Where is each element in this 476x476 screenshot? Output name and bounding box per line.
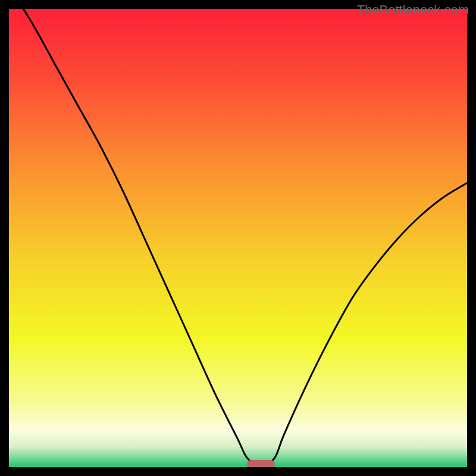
attribution-text: TheBottleneck.com (357, 2, 469, 18)
minimum-marker (247, 460, 274, 467)
chart-svg (9, 9, 467, 467)
plot-area (9, 9, 467, 467)
